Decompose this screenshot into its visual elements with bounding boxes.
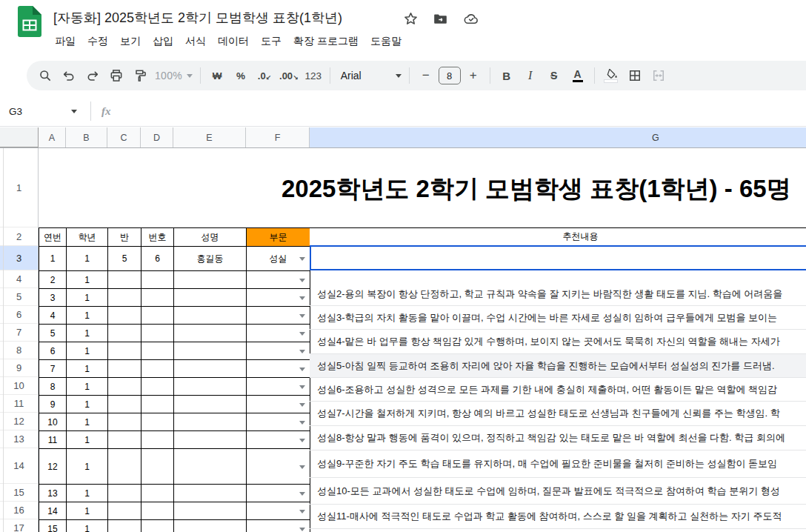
- g-cell-text[interactable]: 성실5-아침 일찍 등교하여 조용히 자리에 앉아 자율 학습을 진행하는 모습…: [310, 354, 806, 378]
- row-header[interactable]: 8: [0, 342, 39, 359]
- cell-name[interactable]: [174, 378, 247, 396]
- select-all-corner[interactable]: [0, 127, 39, 147]
- cell-grade[interactable]: 1: [67, 342, 108, 360]
- cell-name[interactable]: [174, 449, 247, 485]
- cell-student-no[interactable]: [141, 360, 174, 378]
- selected-cell-g3[interactable]: [310, 245, 806, 270]
- cell-student-no[interactable]: [141, 431, 174, 449]
- cell-category-dropdown[interactable]: [247, 413, 310, 431]
- row-header[interactable]: 3: [0, 246, 39, 270]
- cell-student-no[interactable]: [141, 502, 174, 520]
- row-header[interactable]: 15: [0, 484, 39, 502]
- print-button[interactable]: [105, 64, 127, 87]
- dropdown-arrow-icon[interactable]: [299, 465, 305, 469]
- menu-item[interactable]: 도구: [255, 33, 287, 50]
- cell-name[interactable]: [174, 485, 247, 502]
- menu-item[interactable]: 수정: [81, 33, 114, 50]
- cell-grade[interactable]: 1: [67, 449, 108, 485]
- number-format-button[interactable]: 123: [302, 64, 324, 87]
- strikethrough-button[interactable]: S: [543, 64, 565, 87]
- g-cell-text[interactable]: 성실11-매사에 적극적인 태도로 수업과 학교 활동에 참여하며, 스스로 할…: [310, 505, 806, 529]
- cell-student-no[interactable]: [141, 449, 174, 485]
- cell-name[interactable]: [174, 271, 247, 289]
- cell-category-dropdown[interactable]: [247, 289, 310, 307]
- cell-student-no[interactable]: [141, 413, 174, 431]
- increase-decimal-button[interactable]: .00↘: [277, 64, 301, 87]
- g-cell-text[interactable]: 성실3-학급의 자치 활동을 맡아 이끌며, 수업 시간에는 바른 자세로 성실…: [310, 306, 806, 330]
- sheet-title-cell[interactable]: 2025학년도 2학기 모범학생 표창(1학년) - 65명: [282, 173, 791, 206]
- row-header[interactable]: 6: [0, 306, 39, 324]
- row-header[interactable]: 10: [0, 377, 39, 395]
- menu-item[interactable]: 서식: [179, 33, 212, 50]
- dropdown-arrow-icon[interactable]: [299, 439, 305, 442]
- cell-number[interactable]: 13: [39, 485, 67, 502]
- star-icon[interactable]: [403, 11, 419, 27]
- g-cell-text[interactable]: 성실9-꾸준한 자기 주도 학습 태도를 유지하며, 매 수업에 필요한 준비물…: [310, 450, 806, 478]
- row-header[interactable]: 14: [0, 448, 39, 484]
- cell-class[interactable]: [108, 431, 141, 449]
- cell-number[interactable]: 14: [39, 502, 67, 520]
- redo-button[interactable]: [81, 64, 104, 87]
- cell-name[interactable]: [174, 413, 247, 431]
- cell-name[interactable]: [174, 307, 247, 325]
- search-button[interactable]: [34, 64, 56, 87]
- header-cell-category[interactable]: 부문: [247, 228, 310, 247]
- row-header[interactable]: 9: [0, 359, 39, 377]
- column-header-f[interactable]: F: [246, 127, 310, 147]
- column-header-d[interactable]: D: [141, 127, 173, 147]
- cell-category-dropdown[interactable]: [247, 378, 310, 396]
- cell-class[interactable]: [108, 413, 141, 431]
- decrease-font-size-button[interactable]: −: [415, 64, 437, 87]
- g-cell-text[interactable]: 성실10-모든 교과에서 성실한 태도로 수업에 임하며, 질문과 발표에도 적…: [310, 478, 806, 505]
- cell-grade[interactable]: 1: [67, 413, 108, 431]
- cell-student-no[interactable]: [141, 289, 174, 307]
- cell-name[interactable]: [174, 502, 247, 520]
- cell-category-dropdown[interactable]: [247, 502, 310, 520]
- cell-category-dropdown[interactable]: [247, 307, 310, 325]
- cell-name[interactable]: 홍길동: [174, 247, 247, 271]
- cell-name[interactable]: [174, 289, 247, 307]
- sheets-logo-icon[interactable]: [18, 6, 41, 37]
- column-header-e[interactable]: E: [173, 127, 246, 147]
- cell-grade[interactable]: 1: [67, 271, 108, 289]
- cell-name[interactable]: [174, 325, 247, 342]
- dropdown-arrow-icon[interactable]: [299, 314, 305, 318]
- move-to-folder-icon[interactable]: [432, 11, 449, 27]
- cell-class[interactable]: [108, 520, 141, 532]
- increase-font-size-button[interactable]: +: [462, 64, 484, 87]
- cell-student-no[interactable]: 6: [141, 247, 174, 271]
- bold-button[interactable]: B: [496, 64, 518, 87]
- cell-grade[interactable]: 1: [67, 396, 108, 413]
- borders-button[interactable]: [624, 64, 646, 87]
- cell-number[interactable]: 9: [39, 396, 67, 413]
- cell-category-dropdown[interactable]: [247, 342, 310, 360]
- header-cell[interactable]: 번호: [141, 228, 174, 247]
- fill-color-button[interactable]: [600, 64, 622, 87]
- cell-class[interactable]: [108, 289, 141, 307]
- row-header[interactable]: 2: [0, 227, 39, 246]
- dropdown-arrow-icon[interactable]: [299, 385, 305, 389]
- cell-grade[interactable]: 1: [67, 360, 108, 378]
- undo-button[interactable]: [58, 64, 80, 87]
- cell-student-no[interactable]: [141, 325, 174, 342]
- cell-category-dropdown[interactable]: [247, 360, 310, 378]
- column-header-g-active[interactable]: G: [310, 127, 806, 147]
- dropdown-arrow-icon[interactable]: [299, 296, 305, 300]
- row-header[interactable]: 1: [0, 148, 39, 227]
- currency-format-button[interactable]: ₩: [206, 64, 228, 87]
- cell-name[interactable]: [174, 520, 247, 532]
- cell-number[interactable]: 7: [39, 360, 67, 378]
- percent-format-button[interactable]: %: [230, 64, 252, 87]
- cell-category-dropdown[interactable]: [247, 449, 310, 485]
- dropdown-arrow-icon[interactable]: [299, 368, 305, 371]
- g-cell-text[interactable]: 성실8-항상 말과 행동에 품격이 있으며, 정직하고 책임감 있는 태도로 맡…: [310, 426, 806, 450]
- font-select[interactable]: Arial: [336, 64, 404, 87]
- cell-name[interactable]: [174, 342, 247, 360]
- row-header[interactable]: 4: [0, 270, 39, 288]
- dropdown-arrow-icon[interactable]: [299, 403, 305, 407]
- cell-class[interactable]: [108, 271, 141, 289]
- cell-grade[interactable]: 1: [67, 247, 108, 271]
- row-header[interactable]: 11: [0, 395, 39, 413]
- cell-number[interactable]: 12: [39, 449, 67, 485]
- cell-category-dropdown[interactable]: [247, 485, 310, 502]
